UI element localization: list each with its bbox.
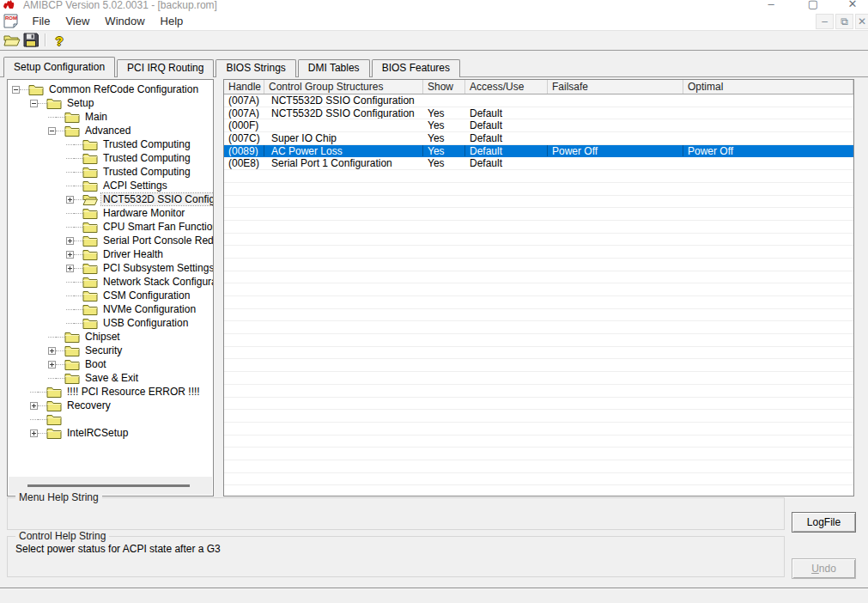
table-empty-row[interactable] bbox=[224, 283, 853, 296]
column-header-failsafe[interactable]: Failsafe bbox=[548, 80, 683, 94]
table-empty-row[interactable] bbox=[224, 221, 853, 234]
expand-plus-icon[interactable] bbox=[66, 237, 74, 245]
close-button[interactable]: ✕ bbox=[840, 0, 865, 10]
collapse-minus-icon[interactable] bbox=[12, 86, 20, 94]
folder-icon bbox=[82, 289, 98, 302]
tab-setup-configuration[interactable]: Setup Configuration bbox=[3, 57, 115, 77]
table-empty-row[interactable] bbox=[224, 309, 853, 322]
table-row[interactable]: (007C)Super IO ChipYesDefault bbox=[224, 132, 853, 145]
table-empty-row[interactable] bbox=[224, 359, 853, 372]
table-empty-row[interactable] bbox=[224, 170, 853, 183]
tree-item[interactable]: USB Configuration bbox=[8, 316, 213, 330]
column-header-show[interactable]: Show bbox=[423, 80, 465, 94]
table-empty-row[interactable] bbox=[224, 436, 853, 448]
tree-item[interactable]: Chipset bbox=[8, 330, 213, 344]
table-empty-row[interactable] bbox=[224, 347, 853, 360]
table-empty-row[interactable] bbox=[224, 372, 853, 385]
table-empty-row[interactable] bbox=[224, 410, 853, 423]
table-empty-row[interactable] bbox=[224, 259, 853, 271]
column-header-handle[interactable]: Handle bbox=[224, 80, 264, 94]
open-file-button[interactable] bbox=[3, 33, 22, 49]
table-empty-row[interactable] bbox=[224, 321, 853, 334]
tree-item[interactable]: Common RefCode Configuration bbox=[8, 82, 213, 96]
table-row[interactable]: (0089)AC Power LossYesDefaultPower OffPo… bbox=[224, 145, 853, 158]
tree-item[interactable]: Save & Exit bbox=[8, 371, 213, 385]
table-empty-row[interactable] bbox=[224, 448, 853, 460]
tree-item[interactable]: ACPI Settings bbox=[8, 179, 213, 192]
tree-item[interactable]: Driver Health bbox=[8, 247, 213, 261]
logfile-button[interactable]: LogFile bbox=[792, 512, 856, 533]
table-empty-row[interactable] bbox=[224, 183, 853, 196]
scrollbar-thumb[interactable] bbox=[27, 484, 190, 487]
tree-item[interactable]: NVMe Configuration bbox=[8, 302, 213, 316]
table-empty-row[interactable] bbox=[224, 208, 853, 221]
tree-item[interactable]: Trusted Computing bbox=[8, 151, 213, 165]
menu-file[interactable]: File bbox=[24, 12, 58, 31]
expand-plus-icon[interactable] bbox=[30, 429, 38, 437]
expand-plus-icon[interactable] bbox=[48, 347, 56, 355]
table-row[interactable]: (007A)NCT5532D SSIO ConfigurationYesDefa… bbox=[224, 107, 853, 120]
tree-item[interactable]: PCI Subsystem Settings bbox=[8, 261, 213, 275]
expand-plus-icon[interactable] bbox=[66, 251, 74, 259]
table-empty-row[interactable] bbox=[224, 423, 853, 436]
tab-pci-irq-routing[interactable]: PCI IRQ Routing bbox=[117, 59, 214, 77]
table-empty-row[interactable] bbox=[224, 196, 853, 209]
save-button[interactable] bbox=[23, 33, 42, 49]
table-empty-row[interactable] bbox=[224, 234, 853, 247]
tree-item[interactable]: !!!! PCI Resource ERROR !!!! bbox=[8, 385, 213, 399]
tree-item[interactable] bbox=[8, 412, 213, 426]
table-cell bbox=[224, 448, 853, 460]
column-header-access-use[interactable]: Access/Use bbox=[465, 80, 548, 94]
table-row[interactable]: (00E8)Serial Port 1 ConfigurationYesDefa… bbox=[224, 157, 853, 170]
minimize-button[interactable]: – bbox=[758, 0, 784, 10]
tree-item[interactable]: Boot bbox=[8, 357, 213, 371]
table-empty-row[interactable] bbox=[224, 271, 853, 284]
menu-help[interactable]: Help bbox=[153, 12, 191, 31]
undo-button[interactable]: Undo bbox=[792, 558, 856, 579]
table-row[interactable]: (007A)NCT5532D SSIO Configuration bbox=[224, 94, 853, 107]
table-empty-row[interactable] bbox=[224, 246, 853, 259]
tree-indent bbox=[8, 117, 48, 118]
mdi-close-button[interactable]: ✕ bbox=[855, 14, 868, 29]
expand-plus-icon[interactable] bbox=[66, 196, 74, 204]
tree-item[interactable]: Security bbox=[8, 344, 213, 357]
expand-plus-icon[interactable] bbox=[48, 361, 56, 368]
tree-item[interactable]: IntelRCSetup bbox=[8, 426, 213, 440]
tree-item[interactable]: CPU Smart Fan Function bbox=[8, 220, 213, 234]
tree-connector-line bbox=[38, 419, 46, 420]
column-header-control-group-structures[interactable]: Control Group Structures bbox=[264, 80, 423, 94]
tree-item[interactable]: Serial Port Console Redirection bbox=[8, 234, 213, 247]
table-empty-row[interactable] bbox=[224, 296, 853, 309]
tree-item[interactable]: Advanced bbox=[8, 124, 213, 137]
tree-item[interactable]: Recovery bbox=[8, 399, 213, 412]
tab-bios-strings[interactable]: BIOS Strings bbox=[215, 59, 295, 77]
tree-item[interactable]: Hardware Monitor bbox=[8, 206, 213, 220]
help-button[interactable]: ? bbox=[50, 33, 69, 49]
collapse-minus-icon[interactable] bbox=[48, 127, 56, 135]
tab-bios-features[interactable]: BIOS Features bbox=[372, 59, 460, 77]
expand-plus-icon[interactable] bbox=[30, 402, 38, 410]
mdi-restore-button[interactable]: ⧉ bbox=[835, 14, 853, 29]
table-empty-row[interactable] bbox=[224, 473, 853, 486]
tab-dmi-tables[interactable]: DMI Tables bbox=[298, 59, 370, 77]
table-empty-row[interactable] bbox=[224, 398, 853, 411]
tree-item[interactable]: Trusted Computing bbox=[8, 165, 213, 179]
tree-item-label: Driver Health bbox=[101, 248, 165, 260]
tree-item[interactable]: NCT5532D SSIO Configuration bbox=[8, 192, 213, 206]
table-empty-row[interactable] bbox=[224, 385, 853, 398]
tree-item[interactable]: Trusted Computing bbox=[8, 137, 213, 151]
tree-item[interactable]: Setup bbox=[8, 96, 213, 110]
expand-plus-icon[interactable] bbox=[66, 265, 74, 272]
menu-window[interactable]: Window bbox=[97, 12, 152, 31]
tree-item[interactable]: Main bbox=[8, 110, 213, 124]
collapse-minus-icon[interactable] bbox=[30, 100, 38, 107]
table-empty-row[interactable] bbox=[224, 460, 853, 473]
column-header-optimal[interactable]: Optimal bbox=[683, 80, 853, 94]
mdi-minimize-button[interactable]: – bbox=[816, 14, 834, 29]
tree-item[interactable]: CSM Configuration bbox=[8, 289, 213, 302]
maximize-button[interactable]: ▢ bbox=[800, 0, 826, 10]
tree-item[interactable]: Network Stack Configuration bbox=[8, 275, 213, 289]
table-empty-row[interactable] bbox=[224, 334, 853, 347]
table-row[interactable]: (000F)YesDefault bbox=[224, 119, 853, 132]
menu-view[interactable]: View bbox=[58, 12, 97, 31]
